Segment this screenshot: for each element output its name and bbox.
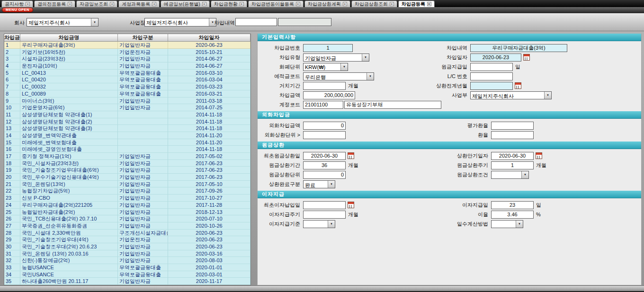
tab-close-icon[interactable]: × (427, 2, 431, 6)
grace-period-input[interactable] (303, 82, 346, 90)
table-row[interactable]: 31국민_온렌딩 (13억) 20.03.16기업일반자금2020-03-16 (4, 250, 250, 257)
table-row[interactable]: 10기업운영자금(6억)기업일반자금2014-07-25 (4, 104, 250, 111)
tab-공지사항[interactable]: 공지사항× (1, 0, 33, 7)
interest-rate-input[interactable] (491, 211, 534, 219)
first-principal-repayment-date-input[interactable] (303, 152, 346, 160)
calendar-icon[interactable] (348, 202, 354, 208)
menu-open-button[interactable]: MENU OPEN (2, 8, 33, 12)
calendar-icon[interactable] (523, 54, 530, 61)
table-row[interactable]: 9마이너스(3억)기업일반자금2011-03-18 (4, 97, 250, 105)
table-row[interactable]: 30국민_기술창조우대(2억) 20.6.23기업일반자금2020-06-23 (4, 243, 250, 250)
loan-amount-input[interactable] (303, 91, 355, 99)
tab-차입금상환조회[interactable]: 차입금상환조회× (351, 0, 397, 7)
calendar-icon[interactable] (515, 82, 521, 89)
table-row[interactable]: 23신보 P-CBO기업일반자금2017-10-27 (4, 195, 250, 202)
table-row[interactable]: 24우리구매자금대출(2억)221205기업일반자금2017-11-28 (4, 202, 250, 209)
table-row[interactable]: 27부국증권_선순위유동화증권기업일반자금2020-10-26 (4, 222, 250, 230)
account-code-name-input[interactable] (344, 101, 441, 109)
table-row[interactable]: 13삼성생명단체보험 약관대출(3)2014-11-18 (4, 125, 250, 132)
table-row[interactable]: 1우리구매자금대출(3억)기업일반자금2020-06-23 (4, 42, 250, 49)
principal-repayment-condition-select[interactable]: ▼ (491, 171, 529, 179)
tab-차입금상환계획[interactable]: 차입금상환계획× (304, 0, 350, 7)
principal-repayment-unit-input[interactable] (303, 171, 346, 179)
principal-repayment-cycle-input[interactable] (491, 161, 534, 169)
table-row[interactable]: 16미래에셋_경영인보험대출2014-11-18 (4, 146, 250, 153)
tab-차입금등록[interactable]: 차입금등록× (398, 0, 435, 7)
interest-payment-basis-select[interactable]: ▼ (303, 220, 335, 228)
first-interest-payment-date-input[interactable] (303, 201, 346, 209)
table-row[interactable]: 29국민_기술창조기업우대(4억)기업운전자금2020-06-23 (4, 236, 250, 243)
table-row[interactable]: 2기업기보(16억5천)기업운전자금2015-10-21 (4, 49, 250, 56)
chevron-down-icon[interactable]: ▼ (362, 54, 369, 61)
tab-차입금현황[interactable]: 차입금현황× (211, 0, 247, 7)
interest-payment-cycle-input[interactable] (303, 211, 346, 219)
tab-close-icon[interactable]: × (26, 2, 30, 6)
fx-loan-amount-input[interactable] (303, 122, 346, 130)
account-code-input[interactable] (303, 101, 343, 109)
tab-close-icon[interactable]: × (240, 2, 244, 6)
chevron-down-icon[interactable]: ▼ (521, 171, 528, 178)
tab-close-icon[interactable]: × (110, 2, 114, 6)
table-row[interactable]: 35하나대출260백만원 20.11.17기업일반자금2020-11-17 (4, 278, 250, 285)
tab-close-icon[interactable]: × (68, 2, 72, 6)
table-row[interactable]: 28국민_시설대 2,330백만원구조개선시설자금대출2020-06-23 (4, 230, 250, 237)
loan-type-select[interactable]: 기업일반자금▼ (303, 53, 369, 62)
chevron-down-icon[interactable]: ▼ (367, 73, 374, 80)
lc-number-input[interactable] (470, 72, 513, 80)
chevron-down-icon[interactable]: ▼ (328, 181, 335, 188)
table-row[interactable]: 33농협USANCE무역포괄금융대출2020-01-01 (4, 264, 250, 271)
repayment-maturity-date-input[interactable] (491, 152, 534, 160)
table-row[interactable]: 11삼성생명단체보험 약관대출(1)2014-11-18 (4, 111, 250, 118)
table-row[interactable]: 26국민_TCB신용대출(2억) 20.7.10기업일반자금2020-07-10 (4, 215, 250, 222)
table-row[interactable]: 6LC_00420무역포괄금융대출2016-03-04 (4, 76, 250, 83)
loan-number-input[interactable] (303, 44, 353, 52)
tab-결의전표등록[interactable]: 결의전표등록× (34, 0, 75, 7)
table-row[interactable]: 18국민_시설자금(23억3천)기업일반자금2017-06-23 (4, 160, 250, 167)
principal-repayment-period-input[interactable] (303, 161, 346, 169)
tab-close-icon[interactable]: × (152, 2, 156, 6)
table-row[interactable]: 22농협장기차입금(5억)기업일반자금2017-09-26 (4, 187, 250, 195)
chevron-down-icon[interactable]: ▼ (340, 63, 348, 71)
loan-description-input[interactable] (470, 44, 567, 52)
tab-자금일보조회[interactable]: 자금일보조회× (76, 0, 117, 7)
table-row[interactable]: 34국민USANCE무역포괄금융대출2020-03-01 (4, 271, 250, 278)
table-row[interactable]: 17중기청 정책자금(1억)기업일반자금2017-05-02 (4, 153, 250, 160)
table-row[interactable]: 8LC_00089무역포괄금융대출2016-03-21 (4, 90, 250, 97)
table-row[interactable]: 20국민_우수기술기업신용대출(4억)기업일반자금2017-06-23 (4, 174, 250, 181)
chevron-down-icon[interactable]: ▼ (328, 221, 335, 228)
tab-close-icon[interactable]: × (296, 2, 300, 6)
table-row[interactable]: 15미래에셋_변액보험대출2014-11-20 (4, 139, 250, 146)
valuation-exchange-rate-input[interactable] (491, 122, 534, 130)
table-row[interactable]: 7LC_00032무역포괄금융대출2016-03-23 (4, 83, 250, 90)
repayment-complete-type-select[interactable]: 완료▼ (303, 180, 335, 188)
calendar-icon[interactable] (536, 152, 542, 159)
repayment-carryover-month-input[interactable] (470, 82, 513, 90)
table-row[interactable]: 32신한(-)통장예금(2억)기업일반자금2020-08-03 (4, 257, 250, 264)
table-row[interactable]: 3시설자금(23억3천)기업일반자금2014-06-27 (4, 55, 250, 62)
table-row[interactable]: 14삼성생명_변액약관대출2014-11-20 (4, 132, 250, 139)
chevron-down-icon[interactable]: ▼ (544, 92, 551, 99)
deposit-code-select[interactable]: 우리은행▼ (303, 72, 374, 80)
tab-close-icon[interactable]: × (202, 2, 206, 6)
loan-date-input[interactable] (470, 53, 521, 62)
table-row[interactable]: 4운전자금(10억)기업일반자금2014-06-27 (4, 62, 250, 70)
tab-예금일보(은행별)[interactable]: 예금일보(은행별)× (161, 0, 210, 7)
chevron-down-icon[interactable]: ▼ (516, 221, 523, 228)
day-count-method-select[interactable]: ▼ (491, 220, 523, 228)
company-select[interactable]: 제일저지주식회사 ▼ (27, 18, 98, 27)
table-row[interactable]: 19국민_기술창조기업우대대출(6억)기업일반자금2017-06-23 (4, 167, 250, 174)
business-unit-select[interactable]: 제일저지주식회사▼ (470, 91, 552, 99)
calendar-icon[interactable] (348, 152, 354, 159)
table-row[interactable]: 21국민_온렌딩(13억)기업일반자금2017-05-10 (4, 181, 250, 188)
currency-unit-select[interactable]: KRW(₩)▼ (303, 63, 348, 71)
principal-payment-day-input[interactable] (470, 63, 513, 71)
exchange-rate-input[interactable] (491, 131, 534, 139)
loan-search-input[interactable] (235, 18, 277, 26)
tab-close-icon[interactable]: × (390, 2, 394, 6)
table-row[interactable]: 12삼성생명단체보험 약관대출(2)2014-11-18 (4, 118, 250, 125)
table-row[interactable]: 25농협일반자금대출(2억)기업일반자금2018-12-13 (4, 209, 250, 216)
tab-계정과목등록[interactable]: 계정과목등록× (118, 0, 160, 7)
interest-payment-day-input[interactable] (491, 201, 534, 209)
tab-close-icon[interactable]: × (343, 2, 347, 6)
table-row[interactable]: 5LC_00413무역포괄금융대출2016-03-10 (4, 70, 250, 77)
